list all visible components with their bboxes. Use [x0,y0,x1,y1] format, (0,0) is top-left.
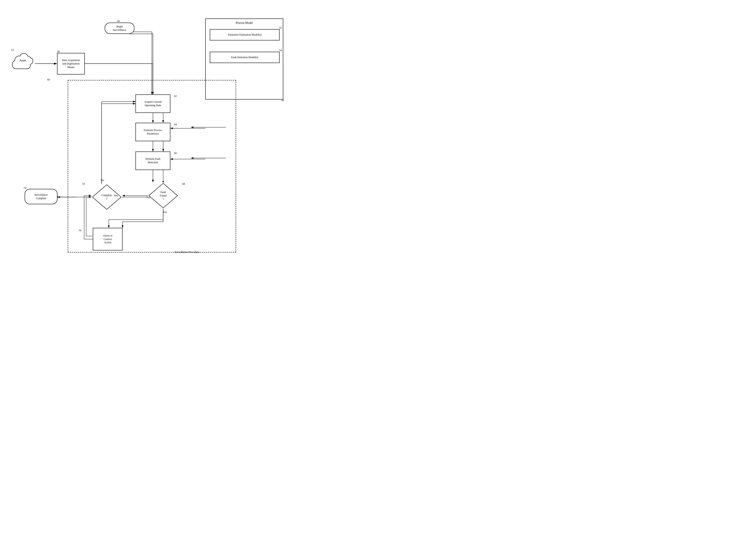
asset-cloud: Asset [10,50,35,76]
perform-label: Perform Fault Detection [146,157,161,164]
diagram: Asset 12 Data Acquisition and Digitizati… [0,0,367,280]
alarm-box: Alarm or Control Action [93,228,123,250]
acquire-label: Acquire Current Operating Data [144,100,162,107]
asset-label: Asset [10,59,35,62]
param-est-num: 52 [279,26,282,29]
complete-label: Complete ? [102,194,112,201]
param-est-box: Parameter Estimation Model(s) [210,29,280,40]
data-acq-num: 20 [57,50,60,53]
perform-num: 66 [174,151,177,155]
perform-box: Perform Fault Detection [135,151,170,170]
fault-no-label: No [147,196,150,199]
begin-num: 58 [117,20,120,23]
complete-num: 72 [82,182,85,186]
fault-found-num: 68 [182,182,185,186]
alarm-label: Alarm or Control Action [103,234,112,244]
estimate-num: 64 [174,123,177,126]
begin-surveillance-shape: Begin Surveillance [105,23,134,34]
alarm-num: 70 [79,229,81,232]
surveillance-complete-num: 74 [24,186,26,190]
data-acquisition-label: Data Acquisition and Digitization Means [62,59,80,69]
param-est-label: Parameter Estimation Model(s) [228,33,261,37]
fault-found-label: Fault Found ? [160,190,166,201]
complete-yes-label: Yes [114,194,118,197]
fault-yes-label: Yes [163,210,167,214]
process-model-num: 50 [281,99,284,102]
complete-no-label: No [101,179,104,182]
surveillance-complete-label: Surveillance Complete [34,193,48,200]
surveillance-proc-label: Surveillance Procedure [174,250,199,254]
begin-surveillance-label: Begin Surveillance [113,25,126,32]
acquire-num: 62 [174,94,177,98]
fault-found-diamond: Fault Found ? [148,182,179,209]
fault-det-box: Fault Detection Model(s) [210,52,280,63]
estimate-label: Estimate Process Parameters [144,129,162,135]
fault-det-label: Fault Detection Model(s) [231,56,258,59]
process-model-title: Process Model [206,21,283,25]
fault-det-num: 54 [279,49,282,52]
estimate-box: Estimate Process Parameters [135,123,170,141]
data-acquisition-box: Data Acquisition and Digitization Means [57,53,85,75]
asset-num: 12 [11,48,14,52]
acquire-box: Acquire Current Operating Data [135,94,170,113]
dashed-num: 60 [47,78,50,81]
surveillance-complete-shape: Surveillance Complete [25,189,57,204]
